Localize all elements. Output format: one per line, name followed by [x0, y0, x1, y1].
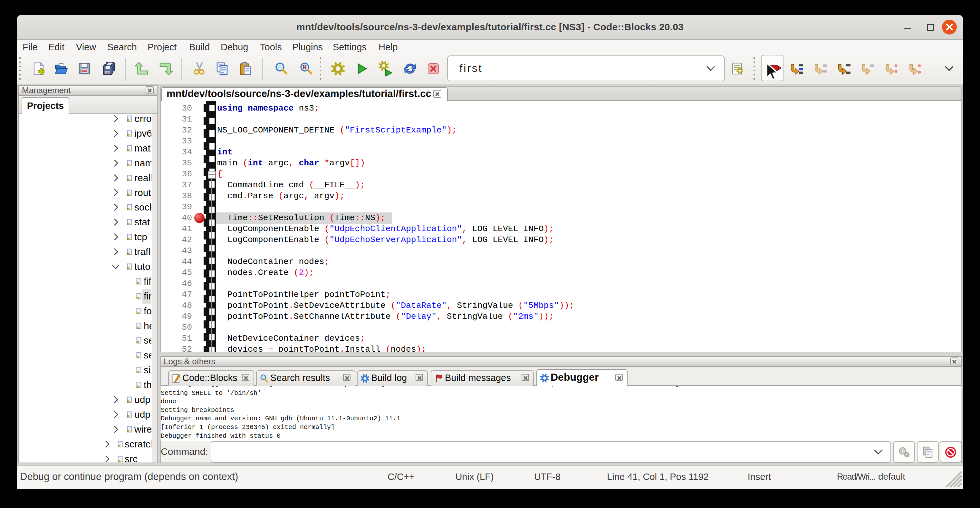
svg-text:R: R — [303, 64, 307, 71]
